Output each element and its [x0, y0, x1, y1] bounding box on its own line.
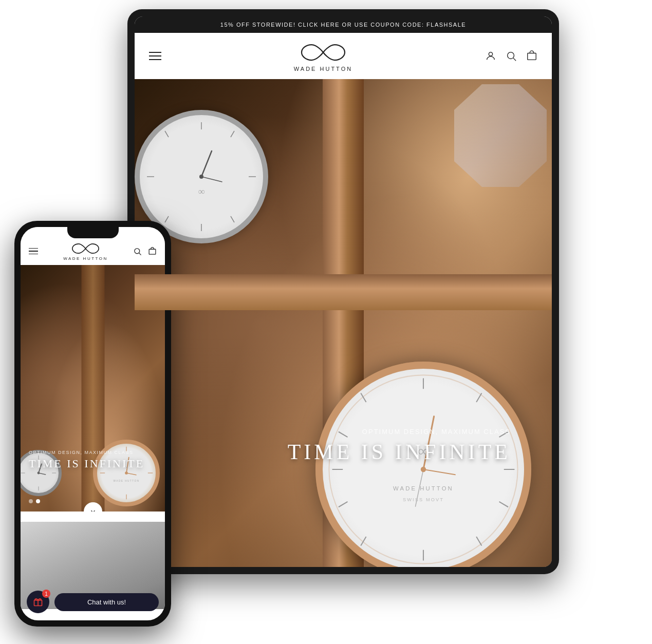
svg-line-12 — [201, 151, 212, 177]
phone-hero-text-block: OPTIMUM DESIGN, MAXIMUM CLASS TIME IS IN… — [29, 450, 144, 470]
svg-point-32 — [421, 467, 426, 472]
search-icon[interactable] — [506, 50, 517, 62]
phone-infinity-logo-icon — [71, 241, 100, 256]
phone-header-icons — [133, 247, 157, 256]
svg-line-9 — [231, 131, 234, 137]
phone-menu-icon[interactable] — [29, 248, 38, 255]
infinity-logo-icon — [300, 40, 346, 65]
svg-text:SWISS MOVT: SWISS MOVT — [403, 497, 444, 502]
tablet-hero-subtitle: OPTIMUM DESIGN, MAXIMUM CLASS — [288, 428, 511, 435]
svg-line-22 — [476, 393, 481, 402]
svg-line-24 — [476, 537, 481, 546]
tablet-hero: ∞ — [135, 79, 552, 567]
tablet-device: 15% OFF STOREWIDE! CLICK HERE OR USE COU… — [127, 9, 559, 574]
tablet-screen: 15% OFF STOREWIDE! CLICK HERE OR USE COU… — [135, 16, 552, 567]
carousel-dot-1[interactable] — [29, 499, 33, 503]
tablet-header: WADE HUTTON — [135, 33, 552, 79]
svg-line-37 — [139, 253, 141, 255]
watch-large: ∞ WADE HUTTON SWISS MOVT — [315, 362, 531, 567]
watch-large-face: ∞ WADE HUTTON SWISS MOVT — [323, 369, 524, 567]
svg-point-1 — [508, 52, 514, 59]
cart-icon[interactable] — [526, 50, 537, 62]
tablet-hero-text-block: OPTIMUM DESIGN, MAXIMUM CLASS TIME IS IN… — [288, 428, 511, 464]
carousel-dot-2[interactable] — [36, 499, 40, 503]
svg-line-8 — [165, 131, 169, 137]
phone-logo[interactable]: WADE HUTTON — [63, 241, 108, 261]
chat-gift-button[interactable]: 1 — [27, 591, 49, 613]
svg-line-27 — [339, 502, 348, 507]
svg-line-2 — [513, 58, 516, 61]
svg-line-13 — [201, 177, 222, 182]
svg-rect-38 — [149, 249, 156, 254]
menu-icon[interactable] — [149, 52, 161, 60]
account-icon[interactable] — [485, 50, 496, 62]
gift-icon — [33, 597, 43, 607]
phone-chat-widget: 1 Chat with us! — [21, 591, 165, 613]
svg-line-10 — [165, 216, 169, 222]
tablet-brand-name: WADE HUTTON — [294, 66, 352, 72]
phone-notch — [67, 227, 119, 238]
chat-badge: 1 — [42, 590, 50, 598]
phone-search-icon[interactable] — [133, 247, 142, 256]
svg-text:WADE HUTTON: WADE HUTTON — [393, 485, 454, 491]
chevron-down-icon — [89, 508, 97, 512]
svg-point-14 — [199, 175, 203, 179]
svg-rect-3 — [528, 53, 536, 60]
phone-cart-icon[interactable] — [148, 247, 157, 256]
phone-brand-name: WADE HUTTON — [63, 256, 108, 261]
svg-text:∞: ∞ — [198, 186, 205, 197]
svg-line-11 — [231, 216, 234, 222]
tablet-logo[interactable]: WADE HUTTON — [294, 40, 352, 72]
svg-line-30 — [423, 469, 455, 475]
svg-line-28 — [499, 502, 509, 507]
svg-point-0 — [489, 52, 492, 56]
watch-strap-horizontal — [135, 274, 552, 310]
svg-line-51 — [126, 473, 136, 475]
svg-point-52 — [125, 471, 128, 475]
watch-small-face: ∞ — [140, 115, 263, 238]
announcement-text: 15% OFF STOREWIDE! CLICK HERE OR USE COU… — [220, 22, 466, 28]
announcement-bar[interactable]: 15% OFF STOREWIDE! CLICK HERE OR USE COU… — [135, 16, 552, 33]
svg-point-45 — [38, 472, 40, 475]
phone-hero-title: TIME IS INFINITE — [29, 457, 144, 470]
crystal-decoration — [454, 84, 547, 187]
chat-button[interactable]: Chat with us! — [54, 593, 159, 611]
chat-button-label: Chat with us! — [87, 598, 126, 606]
carousel-dots — [29, 499, 40, 503]
watch-large-svg: ∞ WADE HUTTON SWISS MOVT — [323, 369, 524, 567]
tablet-header-icons — [485, 50, 537, 62]
svg-point-36 — [135, 248, 140, 253]
phone-hero-subtitle: OPTIMUM DESIGN, MAXIMUM CLASS — [29, 450, 144, 455]
tablet-hero-title: TIME IS INFINITE — [288, 440, 511, 464]
svg-text:WADE HUTTON: WADE HUTTON — [114, 480, 140, 482]
watch-small-svg: ∞ — [140, 115, 263, 238]
